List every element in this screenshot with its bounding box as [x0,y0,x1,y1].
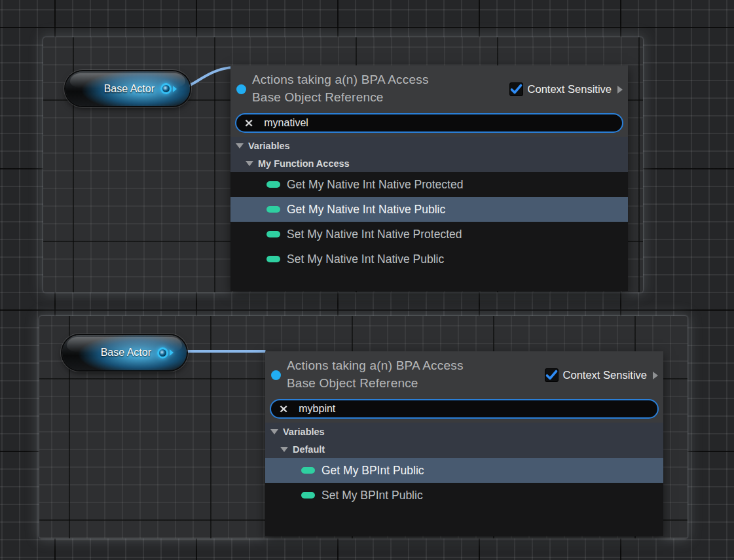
list-item[interactable]: Set My Native Int Native Protected [230,222,628,247]
search-input[interactable]: ✕ mybpint [270,399,659,419]
node-base-actor[interactable]: Base Actor [65,71,190,106]
checkbox-checked-icon[interactable] [545,368,559,382]
blueprint-graph-background: Base Actor Actions taking a(n) BPA Acces… [0,0,734,560]
graph-panel-top: Base Actor Actions taking a(n) BPA Acces… [43,37,643,292]
action-list: Variables My Function Access Get My Nati… [230,137,628,291]
search-input[interactable]: ✕ mynativel [235,113,623,133]
variable-pill-icon [266,231,280,237]
tree-category-my-function-access[interactable]: My Function Access [230,154,628,172]
list-item[interactable]: Set My Native Int Native Public [230,247,628,271]
pin-type-dot-icon [236,84,246,94]
triangle-down-icon [246,161,253,166]
node-label: Base Actor [101,347,151,359]
triangle-down-icon [270,429,278,434]
list-item[interactable]: Get My Native Int Native Protected [230,172,628,197]
search-query-text: mybpint [299,403,335,415]
triangle-down-icon [280,447,288,452]
node-label: Base Actor [104,83,155,95]
variable-pill-icon [301,467,315,474]
tree-category-variables[interactable]: Variables [265,423,663,440]
graph-panel-bottom: Base Actor Actions taking a(n) BPA Acces… [39,316,688,538]
context-sensitive-toggle[interactable]: Context Sensitive [545,368,658,382]
list-item-selected[interactable]: Get My BPInt Public [265,458,663,483]
pin-type-dot-icon [271,370,281,380]
list-item[interactable]: Set My BPInt Public [265,483,663,508]
context-sensitive-label: Context Sensitive [563,369,647,381]
variable-pill-icon [266,181,280,188]
tree-category-default[interactable]: Default [265,440,663,458]
list-item-selected[interactable]: Get My Native Int Native Public [230,197,628,222]
context-sensitive-label: Context Sensitive [528,83,612,96]
tree-category-variables[interactable]: Variables [230,137,628,154]
variable-pill-icon [301,492,315,499]
context-menu-bottom: Actions taking a(n) BPA Access Base Obje… [265,351,663,536]
search-query-text: mynativel [264,117,308,129]
variable-pill-icon [266,206,280,213]
chevron-right-icon[interactable] [617,86,623,94]
action-list: Variables Default Get My BPInt Public Se… [265,423,663,536]
triangle-down-icon [236,143,244,149]
output-pin-icon[interactable] [160,83,177,94]
output-pin-icon[interactable] [157,347,174,359]
context-menu-top: Actions taking a(n) BPA Access Base Obje… [230,65,628,291]
context-sensitive-toggle[interactable]: Context Sensitive [509,82,623,96]
clear-search-icon[interactable]: ✕ [279,404,288,414]
variable-pill-icon [266,256,280,262]
node-base-actor[interactable]: Base Actor [62,335,187,370]
clear-search-icon[interactable]: ✕ [244,118,253,128]
checkbox-checked-icon[interactable] [509,82,523,96]
chevron-right-icon[interactable] [653,372,658,379]
